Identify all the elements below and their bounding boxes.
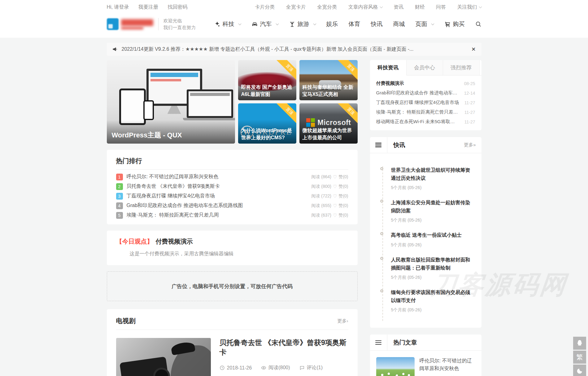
- rank-article-link[interactable]: 呼伦贝尔: 不可错过的辽阔草原和兴安秋色: [127, 174, 219, 180]
- news-flash-list: 世界卫生大会就世卫组织可持续筹资通过历史性决议 5个月前 (05-26) 上海浦…: [382, 166, 475, 321]
- topbar-item-card-category[interactable]: 卡片分类: [255, 4, 275, 11]
- announcement-text[interactable]: 2022/1/14更新 V9.2.6 推荐：★★★★★ 新增 专题边栏小工具（外…: [122, 46, 467, 53]
- news-flash-title: 快讯: [394, 141, 405, 149]
- rank-badge: 3: [116, 193, 123, 200]
- news-flash-more-link[interactable]: 更多»: [464, 142, 476, 148]
- tab-list-item: Grab和印尼政府达成合作 推进电动车生态系统路线图 12-14: [376, 88, 475, 98]
- timeline-dot-icon: [380, 257, 383, 260]
- tab-list-item: 埃隆·马斯克： 特斯拉距离死亡曾只差几周 11-27: [376, 107, 475, 117]
- forgot-password-link[interactable]: 找回密码: [168, 4, 187, 10]
- tab-article-link[interactable]: 丁磊现身夜店打碟 继续押宝4亿电音市场: [376, 100, 459, 106]
- logo-divider: [158, 18, 159, 30]
- topbar-item-news[interactable]: 资讯: [394, 4, 403, 11]
- nav-item-sports[interactable]: 体育: [349, 20, 360, 28]
- rank-article-link[interactable]: 埃隆·马斯克： 特斯拉距离死亡曾只差几周: [127, 212, 219, 218]
- flash-article-link[interactable]: 高考临近 送考生一份应试小贴士: [391, 232, 462, 238]
- featured-main-slide[interactable]: WordPress主题 - QUX: [107, 60, 235, 144]
- featured-area: WordPress主题 - QUX 置顶 即将发布 国产全新奥迪A6L最新官图 …: [107, 60, 358, 144]
- floating-toolbar: 繁: [573, 337, 586, 376]
- rank-article-link[interactable]: 贝托鲁奇去世 《末代皇帝》曾获9项奥斯卡: [127, 183, 220, 190]
- site-tagline: 欢迎光临 我们一直在努力: [163, 17, 196, 31]
- hamburger-icon: [375, 142, 381, 149]
- site-logo[interactable]: 欢迎光临 我们一直在努力: [107, 17, 196, 31]
- featured-card-audi[interactable]: 置顶 即将发布 国产全新奥迪A6L最新官图: [238, 60, 296, 100]
- qq-contact-button[interactable]: [573, 337, 586, 350]
- tab-list-item: 付费视频演示 08-25: [376, 79, 475, 88]
- hot-ranking-card: 热门排行 1 呼伦贝尔: 不可错过的辽阔草原和兴安秋色 阅读 (864)♡赞(0…: [107, 150, 358, 224]
- nav-item-buy[interactable]: 购买: [444, 20, 465, 28]
- topbar-item-fullwidth-category[interactable]: 全宽分类: [317, 4, 337, 11]
- logo-mark: [107, 18, 119, 30]
- nav-item-pages[interactable]: 页面: [416, 20, 434, 28]
- rank-row: 1 呼伦贝尔: 不可错过的辽阔草原和兴安秋色 阅读 (864)♡赞(0): [116, 172, 348, 182]
- dark-mode-toggle[interactable]: [573, 365, 586, 376]
- today-view-card: 【今日观点】付费视频演示 这是一个付费视频演示，采用古腾堡编辑器编辑: [107, 231, 358, 265]
- featured-card-bmw[interactable]: 置顶 科技与奢华相结合 全新宝马X5正式亮相: [299, 60, 358, 100]
- rank-article-link[interactable]: 丁磊现身夜店打碟 继续押宝4亿电音市场: [127, 193, 215, 199]
- tab-list-item: 丁磊现身夜店打碟 继续押宝4亿电音市场 11-27: [376, 98, 475, 107]
- featured-card-microsoft[interactable]: Microsoft 置顶 微软超越苹果成为世界上市值最高的公司: [299, 103, 358, 144]
- hot-articles-title: 热门文章: [394, 339, 417, 347]
- like-icon: ♡: [333, 193, 337, 199]
- hot-article-link[interactable]: 呼伦贝尔: 不可错过的辽阔草原和兴安秋色: [420, 358, 472, 371]
- tab-article-link[interactable]: 移动网络正在杀死Wi-Fi 未来5G将取代宽带?: [376, 119, 459, 125]
- today-view-title[interactable]: 付费视频演示: [156, 238, 193, 245]
- hot-article-item: 呼伦贝尔: 不可错过的辽阔草原和兴安秋色 2018-08-03评论(3): [370, 352, 481, 376]
- cart-icon: [444, 21, 451, 28]
- chevron-down-icon: [313, 22, 316, 25]
- chevron-down-icon: [380, 5, 383, 8]
- topbar-item-fullwidth-card[interactable]: 全宽卡片: [286, 4, 306, 11]
- nav-item-travel[interactable]: 旅游: [289, 20, 316, 28]
- tv-section-card: 电视剧 更多› 贝托鲁奇去世 《末代皇帝》曾获9项奥斯卡: [107, 309, 358, 376]
- flash-article-link[interactable]: 缅甸央行要求该国所有国内交易必须以缅币支付: [391, 290, 470, 303]
- tab-article-link[interactable]: 埃隆·马斯克： 特斯拉距离死亡曾只差几周: [376, 109, 459, 115]
- timeline-dot-icon: [380, 200, 383, 203]
- nav-item-flash-news[interactable]: 快讯: [371, 20, 383, 28]
- search-button[interactable]: [475, 21, 481, 27]
- traditional-chinese-toggle[interactable]: 繁: [573, 351, 586, 364]
- chevron-down-icon: [238, 22, 241, 25]
- topbar-item-finance[interactable]: 财经: [415, 4, 425, 11]
- featured-card-grid: 置顶 即将发布 国产全新奥迪A6L最新官图 置顶 科技与奢华相结合 全新宝马X5…: [238, 60, 358, 144]
- chevron-down-icon: [431, 22, 434, 25]
- nav-item-tech[interactable]: 科技: [214, 20, 241, 28]
- ad-placeholder: 广告位，电脑和手机可分别设置，可放任何广告代码: [107, 271, 358, 301]
- featured-main-caption: WordPress主题 - QUX: [107, 120, 235, 144]
- like-icon: ♡: [333, 213, 337, 218]
- login-link[interactable]: Hi, 请登录: [107, 4, 129, 10]
- nav-item-car[interactable]: 汽车: [251, 20, 278, 28]
- flash-item: 上海浦东公安分局查处一起妨害传染病防治案 5个月前 (05-26): [383, 199, 475, 231]
- flash-article-link[interactable]: 人民教育出版社回应数学教材封面和插图问题：已着手重新绘制: [391, 257, 470, 270]
- flash-article-link[interactable]: 世界卫生大会就世卫组织可持续筹资通过历史性决议: [391, 167, 470, 181]
- rank-article-link[interactable]: Grab和印尼政府达成合作 推进电动车生态系统路线图: [127, 202, 243, 209]
- timeline-dot-icon: [380, 232, 383, 235]
- tab-article-link[interactable]: 付费视频演示: [376, 80, 404, 86]
- tv-more-link[interactable]: 更多›: [338, 318, 348, 324]
- flash-article-link[interactable]: 上海浦东公安分局查处一起妨害传染病防治案: [391, 200, 470, 213]
- tv-article-image[interactable]: [116, 338, 211, 376]
- tab-strong-recommend[interactable]: 强烈推荐: [443, 60, 480, 76]
- announcement-close-button[interactable]: ✕: [471, 46, 476, 53]
- register-link[interactable]: 我要注册: [138, 4, 158, 10]
- moon-icon: [576, 367, 583, 375]
- tab-member-center[interactable]: 会员中心: [407, 60, 443, 76]
- featured-card-wordpress[interactable]: W ORDPRE 置顶 为什么说WordPress是世界上最好的CMS?: [238, 103, 296, 144]
- rank-row: 2 贝托鲁奇去世 《末代皇帝》曾获9项奥斯卡 阅读 (800)♡赞(0): [116, 182, 348, 191]
- tab-article-link[interactable]: Grab和印尼政府达成合作 推进电动车生态系统路线图: [376, 90, 459, 96]
- topbar-item-follow-us[interactable]: 关注我们: [457, 4, 481, 11]
- search-icon: [475, 21, 481, 27]
- topbar-item-qa[interactable]: 问答: [436, 4, 446, 11]
- tv-article-meta: 2018-11-26 阅读(800) 评论(1): [220, 365, 348, 371]
- nav-item-entertainment[interactable]: 娱乐: [326, 20, 338, 28]
- rank-badge: 1: [116, 174, 123, 180]
- tab-tech-news[interactable]: 科技资讯: [370, 60, 407, 76]
- clock-icon: [220, 365, 225, 370]
- rank-row: 3 丁磊现身夜店打碟 继续押宝4亿电音市场 阅读 (722)♡赞(0): [116, 191, 348, 201]
- monitor-stand-graphic: [168, 106, 181, 114]
- qq-penguin-icon: [576, 339, 583, 347]
- timeline-dot-icon: [380, 289, 383, 292]
- tv-article-title[interactable]: 贝托鲁奇去世 《末代皇帝》曾获9项奥斯卡: [220, 339, 346, 356]
- nav-item-shop[interactable]: 商城: [393, 20, 405, 28]
- hot-article-thumbnail[interactable]: [376, 357, 415, 376]
- topbar-item-article-style[interactable]: 文章内容风格: [348, 4, 382, 11]
